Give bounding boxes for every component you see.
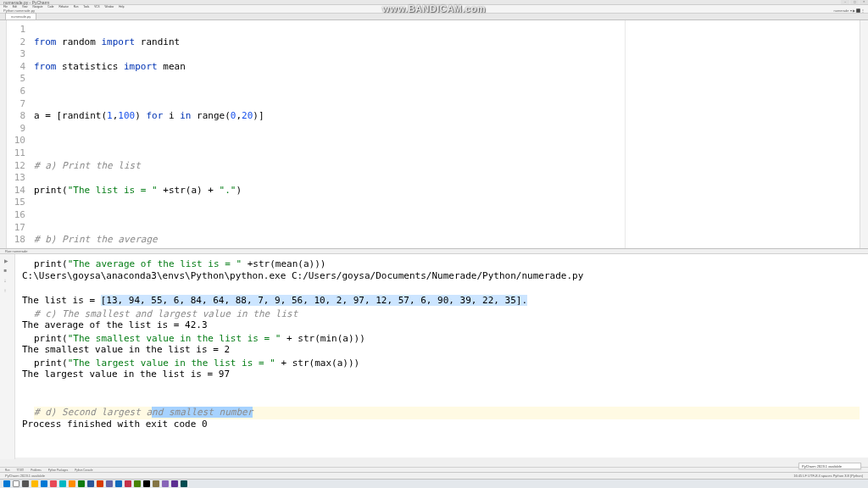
menu-help[interactable]: Help [119, 5, 124, 8]
line-number-gutter[interactable]: 123 456 789 101112 131415 161718 [7, 20, 31, 248]
menu-vcs[interactable]: VCS [94, 5, 99, 8]
side-gutter [0, 20, 7, 248]
minimize-button[interactable]: – [841, 0, 849, 4]
tab-numerade[interactable]: numerade.py [5, 13, 36, 19]
down-icon[interactable]: ↓ [4, 278, 11, 285]
app-icon[interactable] [171, 480, 178, 487]
selected-text: nd smallest number [152, 407, 253, 418]
excel-icon[interactable] [78, 480, 85, 487]
right-margin-line [625, 20, 626, 248]
run-toolbar: ▶ ■ ↓ ↑ [0, 254, 15, 459]
up-icon[interactable]: ↑ [4, 288, 11, 295]
word-icon[interactable] [87, 480, 94, 487]
app-icon[interactable] [181, 480, 187, 487]
statusbar: PyCharm 2023.1 available 16:45 LF UTF-8 … [0, 472, 868, 479]
menu-window[interactable]: Window [105, 5, 114, 8]
update-notification[interactable]: PyCharm 2023.1 available [798, 463, 861, 469]
toolwin-packages[interactable]: Python Packages [48, 469, 68, 472]
start-button[interactable] [3, 480, 10, 487]
edge-icon[interactable] [41, 480, 47, 487]
menu-run[interactable]: Run [74, 5, 79, 8]
maximize-button[interactable]: ▢ [850, 0, 859, 4]
app-icon[interactable] [59, 480, 66, 487]
app-icon[interactable] [50, 480, 57, 487]
firefox-icon[interactable] [69, 480, 75, 487]
window-title: numerade.py - PyCharm [3, 0, 49, 5]
menu-tools[interactable]: Tools [83, 5, 89, 8]
pycharm-icon[interactable] [143, 480, 150, 487]
explorer-icon[interactable] [31, 480, 38, 487]
run-tab-label[interactable]: Run: [5, 249, 12, 253]
rerun-icon[interactable]: ▶ [4, 258, 11, 264]
app-icon[interactable] [162, 480, 169, 487]
menu-refactor[interactable]: Refactor [58, 5, 68, 8]
editor-area: 123 456 789 101112 131415 161718 from ra… [0, 20, 868, 248]
teams-icon[interactable] [106, 480, 113, 487]
status-right[interactable]: 16:45 LF UTF-8 4 spaces Python 3.8 (Pyth… [793, 474, 863, 478]
app-icon[interactable] [153, 480, 159, 487]
editor-tabbar: numerade.py [0, 14, 868, 20]
app-icon[interactable] [125, 480, 131, 487]
window-controls: – ▢ ✕ [841, 0, 868, 4]
app-icon[interactable] [134, 480, 141, 487]
windows-taskbar [0, 479, 868, 488]
toolwin-run[interactable]: Run [5, 469, 10, 472]
menu-code[interactable]: Code [47, 5, 53, 8]
run-config-selector[interactable]: numerade ▾ ▶ ⬛ ⋮ [834, 8, 865, 13]
toolwin-console[interactable]: Python Console [75, 469, 92, 472]
editor-scrollbar[interactable] [860, 20, 868, 248]
bandicam-watermark: www.BANDICAM.com [382, 3, 486, 14]
status-left[interactable]: PyCharm 2023.1 available [5, 474, 45, 478]
app-icon[interactable] [115, 480, 122, 487]
search-icon[interactable] [13, 480, 19, 487]
close-button[interactable]: ✕ [860, 0, 868, 4]
run-tab-name[interactable]: numerade [12, 249, 27, 253]
toolwin-problems[interactable]: Problems [31, 469, 42, 472]
toolwin-todo[interactable]: TODO [17, 469, 25, 472]
stop-icon[interactable]: ■ [4, 268, 11, 274]
code-editor[interactable]: from random import randint from statisti… [31, 20, 860, 248]
taskview-icon[interactable] [22, 480, 29, 487]
powerpoint-icon[interactable] [97, 480, 103, 487]
